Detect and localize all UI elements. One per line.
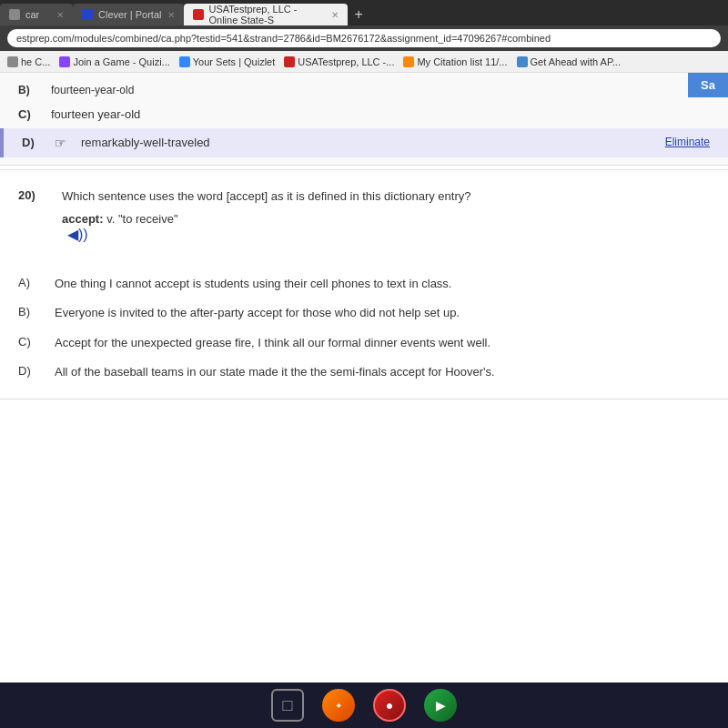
browser-chrome: car ✕ Clever | Portal ✕ USATestprep, LLC… (0, 0, 728, 73)
bookmark-quizi[interactable]: Join a Game - Quizi... (59, 56, 169, 67)
prev-answers-area: B) fourteen-year-old C) fourteen year-ol… (0, 73, 728, 166)
tab-favicon-car (9, 9, 20, 20)
question-row: 20) Which sentence uses the word [accept… (18, 188, 710, 205)
tab-label-car: car (25, 9, 39, 20)
option-c-prev[interactable]: C) fourteen year-old (0, 100, 728, 128)
tab-label-clever: Clever | Portal (98, 9, 162, 20)
answer-text-d: All of the baseball teams in our state m… (55, 364, 710, 380)
tab-close-usa[interactable]: ✕ (331, 10, 339, 20)
tab-usatestprep[interactable]: USATestprep, LLC - Online State-S ✕ (184, 4, 348, 25)
red-icon-symbol: ● (386, 698, 393, 713)
option-b-letter: B) (18, 84, 36, 96)
answer-text-c: Accept for the unexpected grease fire, I… (55, 335, 710, 351)
option-d-letter: D) (22, 136, 40, 149)
taskbar-square-icon[interactable]: □ (271, 689, 304, 722)
taskbar-circle-orange[interactable]: ✦ (322, 689, 355, 722)
answer-row-c[interactable]: C) Accept for the unexpected grease fire… (0, 328, 728, 357)
tab-clever[interactable]: Clever | Portal ✕ (73, 4, 184, 25)
bookmark-label-quizi: Join a Game - Quizi... (73, 56, 169, 67)
bookmark-favicon-hec (7, 56, 18, 67)
question-text: Which sentence uses the word [accept] as… (62, 188, 470, 205)
bookmark-favicon-usa2 (284, 56, 295, 67)
bookmark-label-quizlet: Your Sets | Quizlet (193, 56, 276, 67)
main-content: Sa B) fourteen-year-old C) fourteen year… (0, 73, 728, 682)
tab-bar: car ✕ Clever | Portal ✕ USATestprep, LLC… (0, 0, 728, 25)
definition-area: accept: v. "to receive" ◀)) (62, 212, 710, 243)
play-symbol: ▶ (436, 698, 446, 713)
question-area: 20) Which sentence uses the word [accept… (0, 174, 728, 265)
answers-section: A) One thing I cannot accept is students… (0, 265, 728, 395)
bookmark-label-usa2: USATestprep, LLC -... (298, 56, 394, 67)
option-c-text: fourteen year-old (51, 107, 710, 121)
eliminate-button[interactable]: Eliminate (665, 136, 710, 148)
address-bar (0, 25, 728, 51)
save-button[interactable]: Sa (688, 73, 728, 97)
bookmark-usa2[interactable]: USATestprep, LLC -... (284, 56, 394, 67)
option-d-text: remarkably-well-traveled (81, 136, 651, 149)
answer-text-b: Everyone is invited to the after-party a… (55, 305, 710, 321)
tab-favicon-clever (82, 9, 93, 20)
tab-car[interactable]: car ✕ (0, 4, 73, 25)
definition-word: accept: (62, 212, 104, 226)
bookmark-hec[interactable]: he C... (7, 56, 50, 67)
bookmark-favicon-quizlet (179, 56, 190, 67)
question-number: 20) (18, 188, 55, 202)
speaker-icon[interactable]: ◀)) (67, 226, 88, 243)
bookmark-quizlet[interactable]: Your Sets | Quizlet (179, 56, 276, 67)
answer-letter-b: B) (18, 305, 40, 318)
cursor-hand-icon: ☞ (55, 136, 66, 150)
bookmark-favicon-quizi (59, 56, 70, 67)
answer-row-b[interactable]: B) Everyone is invited to the after-part… (0, 298, 728, 327)
taskbar: □ ✦ ● ▶ (0, 682, 728, 728)
answer-text-a: One thing I cannot accept is students us… (55, 276, 710, 292)
bookmark-favicon-getahead (517, 56, 528, 67)
bookmarks-bar: he C... Join a Game - Quizi... Your Sets… (0, 51, 728, 73)
option-c-letter: C) (18, 107, 36, 121)
webpage: Sa B) fourteen-year-old C) fourteen year… (0, 73, 728, 682)
orange-icon-symbol: ✦ (335, 701, 342, 711)
answer-row-a[interactable]: A) One thing I cannot accept is students… (0, 268, 728, 298)
taskbar-play-green[interactable]: ▶ (424, 689, 457, 722)
tab-label-usa: USATestprep, LLC - Online State-S (209, 4, 326, 25)
bookmark-label-getahead: Get Ahead with AP... (531, 56, 621, 67)
bookmark-label-citation: My Citation list 11/... (417, 56, 507, 67)
answer-letter-c: C) (18, 335, 40, 349)
taskbar-circle-red[interactable]: ● (373, 689, 406, 722)
bookmark-getahead[interactable]: Get Ahead with AP... (517, 56, 621, 67)
bookmark-citation[interactable]: My Citation list 11/... (403, 56, 507, 67)
tab-close-car[interactable]: ✕ (56, 10, 64, 20)
bookmark-label-hec: he C... (21, 56, 50, 67)
answer-letter-a: A) (18, 276, 40, 289)
divider-top (0, 169, 728, 170)
option-d-prev[interactable]: D) ☞ remarkably-well-traveled Eliminate (0, 128, 728, 157)
answer-row-d[interactable]: D) All of the baseball teams in our stat… (0, 357, 728, 386)
url-input[interactable] (7, 29, 721, 47)
divider-bottom (0, 399, 728, 399)
option-b-text: fourteen-year-old (51, 84, 710, 96)
tab-favicon-usa (193, 9, 204, 20)
square-symbol: □ (283, 696, 293, 715)
bookmark-favicon-citation (403, 56, 414, 67)
tab-close-clever[interactable]: ✕ (167, 10, 175, 20)
definition-text: v. "to receive" (106, 212, 177, 226)
tab-new-button[interactable]: + (348, 6, 370, 23)
option-b-prev: B) fourteen-year-old (0, 80, 728, 100)
answer-letter-d: D) (18, 364, 40, 378)
